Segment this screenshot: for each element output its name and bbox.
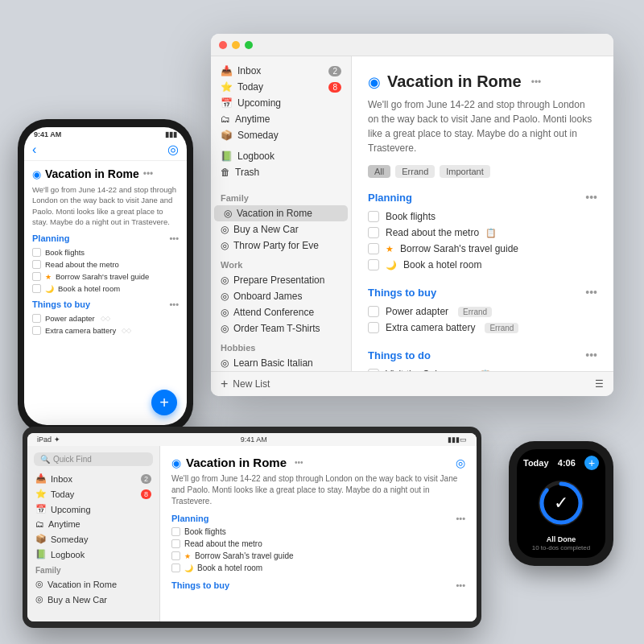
task-checkbox[interactable] [32,326,41,335]
ipad-sidebar-car[interactable]: ◎ Buy a New Car [27,592,159,607]
work-section-header: Work [211,254,351,272]
task-label: Read about the metro [45,260,119,269]
mac-main: ◉ Vacation in Rome ••• We'll go from Jun… [352,56,613,371]
list-item-label: Attend Conference [233,307,314,318]
things-to-do-more-icon[interactable]: ••• [585,349,597,361]
task-checkbox[interactable] [368,306,379,317]
item-label: Anytime [48,519,80,529]
circle-icon: ◎ [35,594,43,605]
things-to-buy-more-icon[interactable]: ••• [585,286,597,299]
sidebar-item-buy-car[interactable]: ◎ Buy a New Car [211,221,351,237]
task-checkbox[interactable] [368,243,379,254]
iphone-title-row: ◉ Vacation in Rome ••• [32,167,179,180]
mac-titlebar [211,34,613,56]
mac-main-title-row: ◉ Vacation in Rome ••• [368,72,597,91]
iphone-device: 9:41 AM ▮▮▮ ‹ ◎ ◉ Vacation in Rome ••• W… [18,119,193,433]
task-checkbox[interactable] [32,284,41,293]
watch-add-button[interactable]: + [584,456,599,470]
sidebar-item-upcoming[interactable]: 📅 Upcoming [211,95,351,111]
task-checkbox[interactable] [32,248,41,257]
close-button[interactable] [219,41,227,49]
sidebar-item-trash[interactable]: 🗑 Trash [211,164,351,180]
minimize-button[interactable] [232,41,240,49]
item-label: Vacation in Rome [47,580,117,589]
planning-section: Planning ••• Book flights Read about the… [368,191,597,273]
ipad-sidebar-upcoming[interactable]: 📅 Upcoming [27,502,159,517]
ipad-task-guide: ★ Borrow Sarah's travel guide [171,550,465,562]
complete-icon[interactable]: ◎ [456,456,465,469]
item-label: Someday [51,535,88,544]
task-checkbox[interactable] [171,539,180,548]
moon-icon: 🌙 [45,285,54,293]
task-checkbox[interactable] [32,260,41,269]
ipad-search-bar[interactable]: 🔍 Quick Find [34,452,153,466]
inbox-icon: 📥 [35,473,47,484]
today-badge: 8 [328,82,341,93]
sidebar-item-order-tshirts[interactable]: ◎ Order Team T-Shirts [211,320,351,336]
task-checkbox[interactable] [368,227,379,238]
ipad-sidebar-vacation[interactable]: ◎ Vacation in Rome [27,576,159,592]
sidebar-item-logbook[interactable]: 📗 Logbook [211,148,351,164]
sidebar-item-throw-party[interactable]: ◎ Throw Party for Eve [211,237,351,254]
anytime-icon: 🗂 [35,519,44,529]
ipad-main-title-row: ◉ Vacation in Rome ••• ◎ [171,456,465,469]
ipad-sidebar-someday[interactable]: 📦 Someday [27,531,159,547]
list-item-label: Onboard James [233,291,302,302]
ipad-sidebar-logbook[interactable]: 📗 Logbook [27,547,159,562]
planning-more-icon[interactable]: ••• [585,191,597,204]
task-checkbox[interactable] [171,527,180,536]
project-icon: ◉ [368,73,381,91]
task-checkbox[interactable] [32,272,41,281]
ipad-sidebar-today[interactable]: ⭐ Today 8 [27,486,159,502]
new-list-label[interactable]: New List [233,378,270,390]
sidebar-item-onboard-james[interactable]: ◎ Onboard James [211,288,351,304]
complete-button[interactable]: ◎ [167,142,179,157]
more-options-icon[interactable]: ••• [143,168,154,180]
sidebar-item-learn-italian[interactable]: ◎ Learn Basic Italian [211,355,351,371]
tag-errand[interactable]: Errand [395,165,435,178]
add-list-icon[interactable]: + [221,377,228,391]
task-checkbox[interactable] [171,564,180,572]
task-checkbox[interactable] [368,322,379,333]
sidebar-item-vacation-rome[interactable]: ◎ Vacation in Rome [214,205,348,221]
search-icon: 🔍 [40,455,50,464]
sidebar-item-inbox[interactable]: 📥 Inbox 2 [211,63,351,79]
ipad-family-header: Family [27,562,159,576]
task-checkbox[interactable] [368,211,379,222]
sidebar-item-attend-conference[interactable]: ◎ Attend Conference [211,304,351,320]
mac-sidebar: 📥 Inbox 2 ⭐ Today 8 📅 Upcoming 🗂 Anytime… [211,56,352,371]
tag-important[interactable]: Important [440,165,489,178]
ipad-time: 9:41 AM [241,436,267,444]
task-checkbox[interactable] [368,259,379,270]
battery-icons: ◇◇ [122,327,131,334]
ipad-sidebar-inbox[interactable]: 📥 Inbox 2 [27,471,159,486]
add-task-button[interactable]: + [151,390,177,415]
more-options-icon[interactable]: ••• [295,458,303,467]
tag-all[interactable]: All [368,165,390,178]
sidebar-item-someday[interactable]: 📦 Someday [211,127,351,143]
sidebar-item-today[interactable]: ⭐ Today 8 [211,79,351,95]
task-checkbox[interactable] [32,314,41,323]
ipad-sidebar-anytime[interactable]: 🗂 Anytime [27,517,159,531]
adapter-icons: ◇◇ [101,315,110,322]
iphone-planning-more-icon[interactable]: ••• [169,233,179,243]
more-options-icon[interactable]: ••• [531,76,542,88]
circle-icon: ◎ [221,275,229,286]
iphone-task-metro: Read about the metro [32,258,179,270]
sidebar-item-label: Today [237,81,263,93]
iphone-buy-more-icon[interactable]: ••• [169,299,179,309]
back-button[interactable]: ‹ [32,142,36,157]
ipad-planning-more[interactable]: ••• [456,514,465,523]
item-label: Logbook [51,550,85,559]
ipad-buy-more[interactable]: ••• [456,580,465,590]
planning-title: Planning [368,192,412,204]
sidebar-item-anytime[interactable]: 🗂 Anytime [211,111,351,127]
task-checkbox[interactable] [171,551,180,560]
iphone-screen: 9:41 AM ▮▮▮ ‹ ◎ ◉ Vacation in Rome ••• W… [24,127,187,425]
maximize-button[interactable] [245,41,253,49]
all-done-label: All Done [523,535,599,543]
apple-watch-device: Today 4:06 + ✓ All Done 10 to-dos comple… [509,441,613,566]
filter-icon[interactable]: ☰ [595,378,604,390]
list-item-label: Buy a New Car [233,224,299,235]
sidebar-item-prepare-presentation[interactable]: ◎ Prepare Presentation [211,272,351,288]
